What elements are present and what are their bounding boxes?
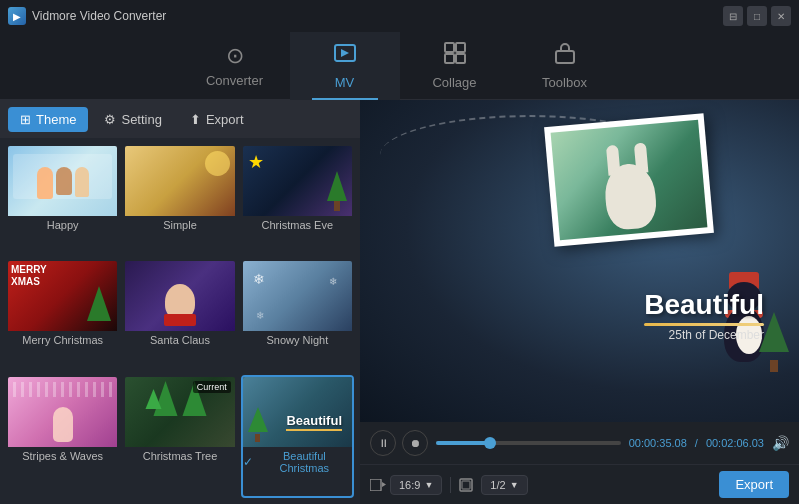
video-icon-small	[370, 479, 386, 491]
collage-icon	[443, 41, 467, 71]
time-elapsed: 00:00:35.08	[629, 437, 687, 449]
bottom-controls: 16:9 ▼ 1/2 ▼ Export	[360, 464, 799, 504]
tab-mv-label: MV	[335, 75, 355, 90]
theme-beautiful-christmas[interactable]: Beautiful ✓ Beautiful Christmas	[241, 375, 354, 498]
setting-icon: ⚙	[104, 112, 116, 127]
subtab-setting[interactable]: ⚙ Setting	[92, 107, 173, 132]
theme-santa-claus-label: Santa Claus	[125, 331, 234, 348]
tree-trunk	[770, 360, 778, 372]
theme-stripes-waves-label: Stripes & Waves	[8, 447, 117, 464]
theme-christmas-eve-thumb: ★	[243, 146, 352, 216]
theme-stripes-waves-thumb	[8, 377, 117, 447]
export-button[interactable]: Export	[719, 471, 789, 498]
nav-tabs: ⊙ Converter MV Collage	[0, 32, 799, 100]
theme-simple-thumb	[125, 146, 234, 216]
theme-christmas-eve[interactable]: ★ Christmas Eve	[241, 144, 354, 255]
svg-rect-8	[462, 481, 470, 489]
theme-happy-thumb	[8, 146, 117, 216]
theme-grid: Happy Simple ★ Christmas Eve	[0, 138, 360, 504]
subtab-theme-label: Theme	[36, 112, 76, 127]
sub-tabs: ⊞ Theme ⚙ Setting ⬆ Export	[0, 100, 360, 138]
tab-collage[interactable]: Collage	[400, 32, 510, 100]
theme-merry-christmas-thumb: MERRYXMAS	[8, 261, 117, 331]
tab-converter[interactable]: ⊙ Converter	[180, 32, 290, 100]
aspect-ratio-arrow: ▼	[424, 480, 433, 490]
pause-button[interactable]: ⏸	[370, 430, 396, 456]
tab-converter-label: Converter	[206, 73, 263, 88]
time-separator: /	[695, 437, 698, 449]
aspect-ratio-select[interactable]: 16:9 ▼	[390, 475, 442, 495]
theme-simple-label: Simple	[125, 216, 234, 233]
play-controls: ⏸ ⏺	[370, 430, 428, 456]
theme-christmas-eve-label: Christmas Eve	[243, 216, 352, 233]
left-panel: ⊞ Theme ⚙ Setting ⬆ Export	[0, 100, 360, 504]
maximize-button[interactable]: □	[747, 6, 767, 26]
preview-text-overlay: Beautiful 25th of December	[644, 289, 764, 342]
quality-select[interactable]: 1/2 ▼	[481, 475, 527, 495]
main-content: ⊞ Theme ⚙ Setting ⬆ Export	[0, 100, 799, 504]
theme-stripes-waves[interactable]: Stripes & Waves	[6, 375, 119, 498]
svg-rect-4	[456, 54, 465, 63]
tab-mv[interactable]: MV	[290, 32, 400, 100]
title-bar-controls: ⊟ □ ✕	[723, 6, 791, 26]
theme-icon: ⊞	[20, 112, 31, 127]
title-bar-left: ▶ Vidmore Video Converter	[8, 7, 166, 25]
tab-collage-label: Collage	[432, 75, 476, 90]
tab-toolbox-label: Toolbox	[542, 75, 587, 90]
stop-button[interactable]: ⏺	[402, 430, 428, 456]
select-group: 16:9 ▼ 1/2 ▼	[390, 475, 528, 495]
current-badge: Current	[193, 381, 231, 393]
svg-rect-6	[370, 479, 381, 491]
theme-simple[interactable]: Simple	[123, 144, 236, 255]
theme-merry-christmas[interactable]: MERRYXMAS Merry Christmas	[6, 259, 119, 370]
subtab-theme[interactable]: ⊞ Theme	[8, 107, 88, 132]
mv-icon	[333, 41, 357, 71]
theme-christmas-tree-thumb: Current	[125, 377, 234, 447]
svg-rect-3	[445, 54, 454, 63]
theme-santa-claus[interactable]: Santa Claus	[123, 259, 236, 370]
theme-christmas-tree[interactable]: Current Christmas Tree	[123, 375, 236, 498]
preview-photo-inner	[551, 120, 708, 240]
tab-toolbox[interactable]: Toolbox	[510, 32, 620, 100]
preview-photo-frame	[544, 113, 714, 246]
svg-rect-5	[556, 51, 574, 63]
preview-title: Beautiful	[644, 289, 764, 321]
divider	[450, 477, 451, 493]
minimize-button[interactable]: ⊟	[723, 6, 743, 26]
theme-happy[interactable]: Happy	[6, 144, 119, 255]
volume-icon[interactable]: 🔊	[772, 435, 789, 451]
time-total: 00:02:06.03	[706, 437, 764, 449]
quality-value: 1/2	[490, 479, 505, 491]
theme-merry-christmas-label: Merry Christmas	[8, 331, 117, 348]
progress-thumb	[484, 437, 496, 449]
preview-subtitle: 25th of December	[644, 328, 764, 342]
progress-bar[interactable]	[436, 441, 621, 445]
svg-rect-1	[445, 43, 454, 52]
theme-snowy-night[interactable]: ❄ ❄ ❄ Snowy Night	[241, 259, 354, 370]
check-icon: ✓	[243, 455, 253, 469]
subtab-export[interactable]: ⬆ Export	[178, 107, 256, 132]
theme-snowy-night-label: Snowy Night	[243, 331, 352, 348]
svg-rect-2	[456, 43, 465, 52]
control-bar: ⏸ ⏺ 00:00:35.08 / 00:02:06.03 🔊	[360, 422, 799, 464]
close-button[interactable]: ✕	[771, 6, 791, 26]
theme-snowy-night-thumb: ❄ ❄ ❄	[243, 261, 352, 331]
preview-area: Beautiful 25th of December	[360, 100, 799, 422]
converter-icon: ⊙	[226, 43, 244, 69]
theme-beautiful-christmas-label: ✓ Beautiful Christmas	[243, 447, 352, 476]
preview-title-underline	[644, 323, 764, 326]
theme-happy-label: Happy	[8, 216, 117, 233]
theme-christmas-tree-label: Christmas Tree	[125, 447, 234, 464]
subtab-export-label: Export	[206, 112, 244, 127]
theme-beautiful-christmas-thumb: Beautiful	[243, 377, 352, 447]
quality-icon	[459, 478, 473, 492]
theme-santa-claus-thumb	[125, 261, 234, 331]
subtab-setting-label: Setting	[121, 112, 161, 127]
quality-arrow: ▼	[510, 480, 519, 490]
aspect-ratio-value: 16:9	[399, 479, 420, 491]
title-bar: ▶ Vidmore Video Converter ⊟ □ ✕	[0, 0, 799, 32]
app-title: Vidmore Video Converter	[32, 9, 166, 23]
right-panel: Beautiful 25th of December ⏸ ⏺ 00:00:35.…	[360, 100, 799, 504]
app-icon: ▶	[8, 7, 26, 25]
export-icon: ⬆	[190, 112, 201, 127]
